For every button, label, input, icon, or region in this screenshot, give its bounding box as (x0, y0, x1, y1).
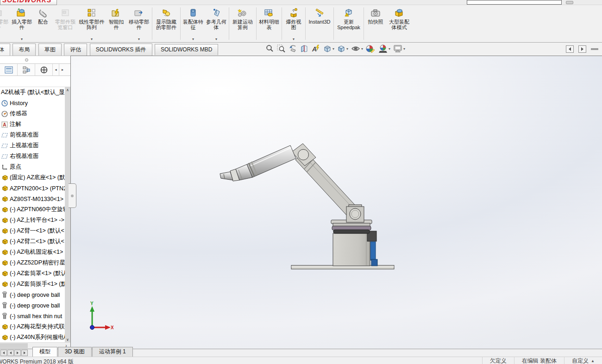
tree-item[interactable]: (-) small hex thin nut (0, 311, 65, 321)
ribbon-tab-strip: 装配体 布局 草图 评估 SOLIDWORKS 插件 SOLIDWORKS MB… (0, 43, 602, 56)
new-motion-study-button[interactable]: 新建运动算例 (230, 5, 255, 42)
update-speedpak-icon: ! (343, 7, 354, 19)
part-icon (1, 195, 8, 203)
instant3d-button[interactable]: Instant3D (307, 5, 332, 42)
section-view-button[interactable] (300, 44, 309, 53)
mate-button[interactable]: 配合 (33, 5, 53, 42)
tab-motion-study-1[interactable]: 运动算例 1 (92, 347, 133, 357)
tree-item[interactable]: (-) AZ臂二<1> (默认< (0, 236, 65, 247)
tree-item[interactable]: (-) AZ梅花型夹持式联轴 (0, 321, 65, 332)
propertymanager-tab[interactable] (18, 64, 35, 75)
tab-sketch[interactable]: 草图 (38, 44, 62, 56)
tree-item[interactable]: (-) AZ套筒罩<1> (默认 (0, 268, 65, 279)
insert-component-button[interactable]: 插入零部件▾ (10, 5, 33, 42)
tree-item[interactable]: (-) AZZ52DP精密行星 (0, 257, 65, 268)
annotation-visibility-button[interactable]: A (311, 44, 320, 53)
configurationmanager-tab[interactable] (35, 64, 53, 75)
tree-item[interactable]: (-) AZ上转平台<1> -> (0, 215, 65, 226)
tree-item[interactable]: 前视基准面 (0, 130, 65, 140)
part-icon (1, 249, 8, 256)
display-style-button[interactable]: ▾ (337, 44, 348, 53)
previous-tab-button[interactable] (7, 350, 14, 356)
dropdown-caret-icon[interactable]: ▾ (192, 37, 194, 42)
tab-solidworks-addins[interactable]: SOLIDWORKS 插件 (90, 44, 152, 56)
dropdown-caret-icon[interactable]: ▾ (138, 37, 140, 42)
manager-tab-left-icon[interactable]: ◂ (53, 64, 59, 75)
tree-item[interactable]: (-) AZ臂一<1> (默认< (0, 226, 65, 236)
tree-item[interactable]: History (0, 98, 65, 108)
update-speedpak-button[interactable]: ! 更新Speedpak (335, 5, 363, 42)
tab-assembly[interactable]: 装配体 (0, 44, 10, 56)
tree-item[interactable]: (-) deep groove ball (0, 300, 65, 311)
dropdown-caret-icon[interactable]: ▾ (361, 47, 363, 51)
view-orientation-button[interactable]: ▾ (323, 44, 334, 53)
apply-scene-button[interactable]: ▾ (378, 44, 390, 53)
dropdown-caret-icon[interactable]: ▾ (91, 37, 93, 42)
smart-fasteners-button[interactable]: 智能扣件 (106, 5, 127, 42)
zoom-to-area-button[interactable] (276, 44, 286, 53)
dropdown-caret-icon[interactable]: ▾ (215, 37, 217, 42)
tree-item[interactable]: (-) AZPTN060中空旋转 (0, 204, 65, 215)
tree-item[interactable]: 传感器 (0, 108, 65, 119)
graphics-viewport[interactable]: Y X (70, 56, 602, 349)
hide-show-items-button[interactable]: ▾ (351, 44, 363, 53)
reference-geometry-button[interactable]: 参考几何体▾ (205, 5, 228, 42)
tab-evaluate[interactable]: 评估 (64, 44, 87, 56)
dropdown-caret-icon[interactable]: ▾ (332, 47, 334, 51)
tree-item[interactable]: (固定) AZ底座<1> (默认 (0, 172, 65, 183)
robot-arm-model[interactable] (213, 139, 413, 278)
view-settings-button[interactable]: ▾ (393, 44, 405, 53)
dropdown-caret-icon[interactable]: ▾ (389, 47, 390, 51)
search-input[interactable] (467, 0, 562, 5)
mate-icon (38, 7, 48, 19)
linear-pattern-button[interactable]: 线性零部件阵列▾ (78, 5, 106, 42)
tree-display-pane[interactable] (0, 76, 70, 87)
zoom-to-fit-button[interactable] (265, 44, 274, 53)
tree-item[interactable]: (-) AZ电机固定板<1> (0, 247, 65, 257)
last-tab-button[interactable] (21, 350, 28, 356)
tree-item[interactable]: (-) AZ40N系列伺服电机 (0, 332, 65, 343)
featuremanager-tab[interactable] (0, 64, 18, 75)
exploded-view-button[interactable]: 爆炸视图▾ (283, 5, 304, 42)
dropdown-caret-icon[interactable]: ▾ (293, 37, 295, 42)
tree-vertical-scrollbar[interactable]: ∧ ∨ (65, 87, 70, 343)
next-tab-button[interactable] (14, 350, 21, 356)
tab-solidworks-mbd[interactable]: SOLIDWORKS MBD (155, 44, 218, 55)
collapse-ribbon-icon[interactable] (591, 48, 598, 50)
tree-root-assembly[interactable]: AZ机械手 (默认<默认_显示 (0, 87, 65, 98)
panel-splitter-handle[interactable] (69, 183, 76, 208)
edit-appearance-button[interactable] (365, 44, 376, 53)
tab-layout[interactable]: 布局 (13, 44, 36, 56)
tab-model[interactable]: 模型 (32, 347, 57, 357)
tree-item[interactable]: A注解 (0, 119, 65, 130)
status-custom[interactable]: 自定义▲ (564, 357, 602, 364)
take-snapshot-button[interactable]: 拍快照 (365, 5, 386, 42)
tree-item[interactable]: 上视基准面 (0, 140, 65, 151)
panel-pin-icon[interactable] (25, 58, 28, 62)
tab-3d-views[interactable]: 3D 视图 (58, 347, 92, 357)
previous-pane-button[interactable] (566, 45, 574, 53)
previous-view-button[interactable] (288, 44, 297, 53)
show-hidden-components-button[interactable]: 显示隐藏的零部件 (153, 5, 179, 42)
dropdown-caret-icon[interactable]: ▾ (403, 47, 405, 51)
first-tab-button[interactable] (0, 350, 7, 356)
expand-triangle-icon[interactable]: ▲ (591, 359, 595, 363)
assembly-features-button[interactable]: 装配体特征▾ (182, 5, 205, 42)
dropdown-caret-icon[interactable]: ▾ (346, 47, 348, 51)
large-assembly-mode-button[interactable]: 大型装配体模式 (386, 5, 412, 42)
dropdown-caret-icon[interactable]: ▾ (21, 37, 23, 42)
next-pane-button[interactable] (578, 45, 586, 53)
tree-item[interactable]: 原点 (0, 162, 65, 172)
tree-item[interactable]: AZPTN200<1> (PTN2 (0, 183, 65, 194)
move-component-button[interactable]: 移动零部件▾ (127, 5, 151, 42)
help-icon[interactable] (566, 1, 573, 4)
tree-item[interactable]: 右视基准面 (0, 151, 65, 162)
tree-item[interactable]: AZ80ST-M01330<1> (0, 194, 65, 204)
tree-item[interactable]: (-) deep groove ball (0, 289, 65, 300)
solidworks-logo: SOLIDWORKS (0, 0, 57, 5)
bill-of-materials-button[interactable]: 材料明细表 (257, 5, 281, 42)
tree-item[interactable]: (-) AZ套筒扳手<1> (默 (0, 279, 65, 289)
scroll-up-icon[interactable]: ∧ (65, 87, 70, 93)
scrollbar-thumb[interactable] (0, 343, 28, 348)
manager-tab-right-icon[interactable]: ▸ (59, 64, 66, 75)
